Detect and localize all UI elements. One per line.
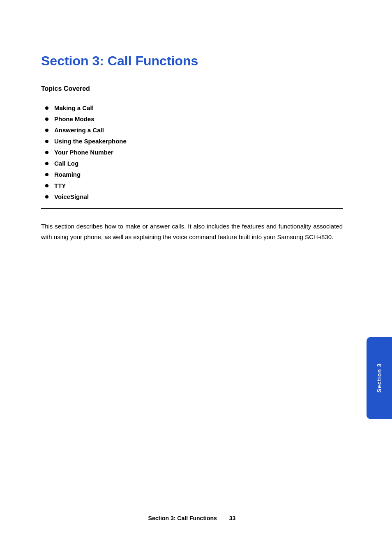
list-item: Phone Modes (45, 115, 343, 122)
bullet-icon (45, 140, 48, 143)
bullet-icon (45, 118, 48, 121)
list-item: Call Log (45, 160, 343, 167)
bullet-icon (45, 184, 48, 187)
content-area: Section 3: Call Functions Topics Covered… (41, 53, 343, 509)
footer-page-number: 33 (229, 515, 236, 521)
divider-bottom (41, 208, 343, 209)
list-item: Answering a Call (45, 127, 343, 134)
topics-heading: Topics Covered (41, 85, 343, 92)
list-item: TTY (45, 182, 343, 189)
section-title: Section 3: Call Functions (41, 53, 343, 69)
bullet-icon (45, 173, 48, 176)
side-tab: Section 3 (367, 337, 392, 419)
description-text: This section describes how to make or an… (41, 221, 343, 242)
topics-list: Making a Call Phone Modes Answering a Ca… (45, 104, 343, 200)
list-item: Making a Call (45, 104, 343, 111)
side-tab-label: Section 3 (376, 363, 383, 392)
divider-top (41, 96, 343, 96)
bullet-icon (45, 195, 48, 198)
topics-section: Topics Covered Making a Call Phone Modes… (41, 85, 343, 209)
list-item: Roaming (45, 171, 343, 178)
list-item: Using the Speakerphone (45, 138, 343, 145)
footer-label: Section 3: Call Functions (148, 515, 217, 521)
list-item: VoiceSignal (45, 193, 343, 200)
bullet-icon (45, 151, 48, 154)
bullet-icon (45, 162, 48, 165)
footer: Section 3: Call Functions 33 (41, 515, 343, 521)
bullet-icon (45, 106, 48, 110)
bullet-icon (45, 129, 48, 132)
page: Section 3: Call Functions Topics Covered… (0, 0, 392, 542)
list-item: Your Phone Number (45, 149, 343, 156)
